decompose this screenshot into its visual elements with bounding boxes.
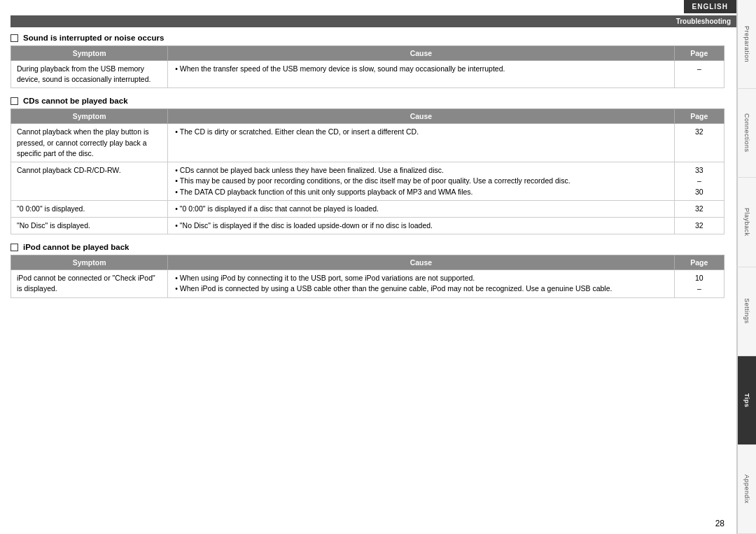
checkbox-icon-sound — [10, 34, 18, 42]
table-row: Cannot playback CD-R/CD-RW. — [11, 162, 168, 201]
cause-bullet: When iPod is connected by using a USB ca… — [174, 283, 668, 294]
main-content: Sound is interrupted or noise occurs Sym… — [10, 34, 724, 513]
page-cell: 32 — [674, 200, 724, 217]
checkbox-icon-ipod — [10, 244, 18, 251]
sound-section-heading: Sound is interrupted or noise occurs — [10, 34, 724, 42]
sound-col-symptom: Symptom — [11, 46, 168, 61]
page-cell: 32 — [674, 217, 724, 234]
table-row: During playback from the USB memory devi… — [11, 61, 168, 88]
ipod-table: Symptom Cause Page iPod cannot be connec… — [10, 255, 724, 297]
cause-bullet: "0 0:00" is displayed if a disc that can… — [174, 204, 668, 214]
sidebar-tab-tips[interactable]: Tips — [736, 356, 756, 445]
table-row: iPod cannot be connected or "Check iPod"… — [11, 270, 168, 297]
cause-cell: CDs cannot be played back unless they ha… — [168, 162, 674, 201]
cause-cell: "No Disc" is displayed if the disc is lo… — [168, 217, 674, 234]
sound-col-page: Page — [674, 46, 724, 61]
page-cell: 33–30 — [674, 162, 724, 201]
sound-table: Symptom Cause Page During playback from … — [10, 45, 724, 88]
table-row: "0 0:00" is displayed. — [11, 200, 168, 217]
right-sidebar: PreparationConnectionsPlaybackSettingsTi… — [736, 0, 756, 534]
page-cell: – — [674, 61, 724, 88]
page-cell: 10– — [674, 270, 724, 297]
cause-bullet: When using iPod by connecting it to the … — [174, 273, 668, 283]
sidebar-tab-settings[interactable]: Settings — [736, 267, 756, 356]
cds-table: Symptom Cause Page Cannot playback when … — [10, 108, 724, 234]
sound-col-cause: Cause — [168, 46, 674, 61]
sidebar-tab-appendix[interactable]: Appendix — [736, 445, 756, 534]
cause-cell: When using iPod by connecting it to the … — [168, 270, 674, 297]
page-number: 28 — [715, 519, 724, 528]
ipod-section-heading: iPod cannot be played back — [10, 243, 724, 251]
cause-cell: When the transfer speed of the USB memor… — [168, 61, 674, 88]
cause-cell: The CD is dirty or scratched. Either cle… — [168, 124, 674, 162]
cds-col-symptom: Symptom — [11, 109, 168, 124]
ipod-col-cause: Cause — [168, 255, 674, 270]
sidebar-tab-connections[interactable]: Connections — [736, 89, 756, 178]
cds-col-cause: Cause — [168, 109, 674, 124]
cause-bullet: "No Disc" is displayed if the disc is lo… — [174, 220, 668, 231]
cds-col-page: Page — [674, 109, 724, 124]
sidebar-tab-preparation[interactable]: Preparation — [736, 0, 756, 89]
cause-bullet: This may be caused by poor recording con… — [174, 176, 668, 186]
ipod-col-page: Page — [674, 255, 724, 270]
cause-bullet: The CD is dirty or scratched. Either cle… — [174, 127, 668, 137]
troubleshooting-header: Troubleshooting — [10, 15, 736, 27]
sidebar-tab-playback[interactable]: Playback — [736, 178, 756, 267]
cause-bullet: When the transfer speed of the USB memor… — [174, 64, 668, 74]
table-row: "No Disc" is displayed. — [11, 217, 168, 234]
cause-cell: "0 0:00" is displayed if a disc that can… — [168, 200, 674, 217]
cause-bullet: CDs cannot be played back unless they ha… — [174, 165, 668, 176]
table-row: Cannot playback when the play button is … — [11, 124, 168, 162]
english-button: ENGLISH — [684, 0, 736, 13]
cause-bullet: The DATA CD playback function of this un… — [174, 187, 668, 197]
cds-section-heading: CDs cannot be played back — [10, 97, 724, 105]
ipod-col-symptom: Symptom — [11, 255, 168, 270]
checkbox-icon-cds — [10, 97, 18, 105]
page-cell: 32 — [674, 124, 724, 162]
